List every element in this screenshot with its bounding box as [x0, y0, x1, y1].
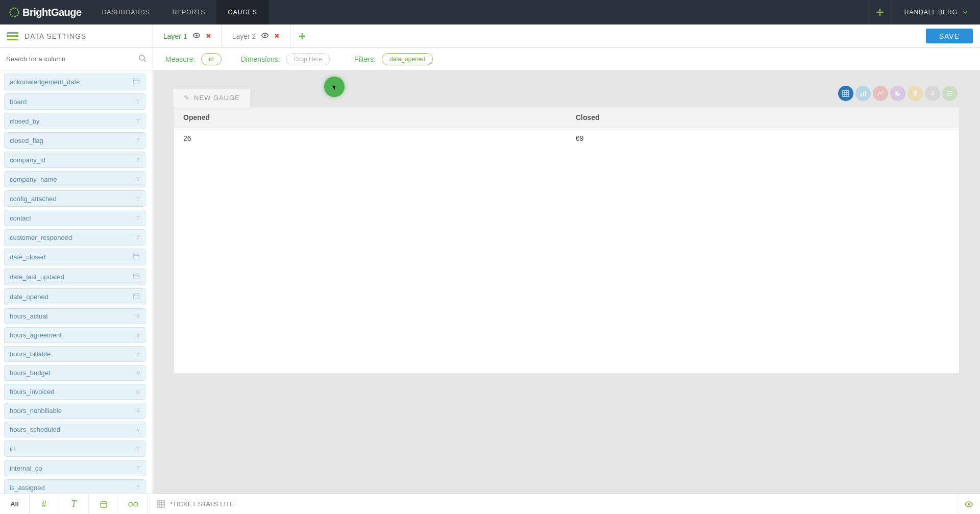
svg-rect-11 — [865, 91, 866, 96]
logo-icon — [9, 7, 19, 17]
column-search-input[interactable] — [6, 55, 139, 63]
user-name: RANDALL BERG — [904, 9, 958, 16]
column-item[interactable]: idT — [4, 440, 145, 457]
column-item[interactable]: customer_respondedT — [4, 229, 145, 246]
pencil-icon: ✎ — [184, 94, 190, 102]
filter-link[interactable] — [118, 494, 148, 514]
column-item[interactable]: hours_agreement# — [4, 327, 145, 343]
layer-tab-1[interactable]: Layer 1 ✖ — [153, 25, 222, 47]
layer-bar: DATA SETTINGS Layer 1 ✖ Layer 2 ✖ SAVE — [0, 25, 980, 48]
column-item[interactable]: boardT — [4, 93, 145, 110]
main-area: acknowledgement_dateboardTclosed_byTclos… — [0, 48, 980, 494]
chart-type-bar[interactable] — [855, 86, 871, 101]
table-header-closed[interactable]: Closed — [567, 107, 959, 128]
nav-add-button[interactable] — [868, 0, 892, 25]
measure-chip[interactable]: id — [201, 53, 221, 65]
svg-point-15 — [134, 502, 138, 506]
brand-text: BrightGauge — [22, 7, 82, 18]
search-icon[interactable] — [139, 55, 146, 64]
layer-2-label: Layer 2 — [232, 32, 256, 40]
column-item[interactable]: hours_billable# — [4, 346, 145, 362]
svg-rect-10 — [863, 92, 864, 96]
layer-tab-2[interactable]: Layer 2 ✖ — [222, 25, 291, 47]
column-item[interactable]: hours_nonbillable# — [4, 403, 145, 419]
top-nav: BrightGauge DASHBOARDS REPORTS GAUGES RA… — [0, 0, 980, 25]
column-type-icon: T — [136, 445, 140, 453]
close-icon[interactable]: ✖ — [274, 32, 280, 40]
column-type-icon: T — [136, 136, 140, 144]
gauge-title-tab[interactable]: ✎ NEW GAUGE — [174, 89, 250, 107]
column-item[interactable]: closed_byT — [4, 113, 145, 129]
close-icon[interactable]: ✖ — [206, 32, 211, 40]
column-name: company_name — [10, 176, 57, 183]
column-item[interactable]: hours_budget# — [4, 365, 145, 381]
nav-gauges[interactable]: GAUGES — [216, 0, 268, 25]
column-item[interactable]: company_idT — [4, 152, 145, 168]
eye-icon[interactable] — [192, 32, 201, 40]
column-item[interactable]: date_opened — [4, 288, 145, 305]
column-type-icon — [133, 78, 140, 86]
chart-type-selector: # — [838, 86, 958, 101]
column-item[interactable]: date_last_updated — [4, 268, 145, 285]
column-item[interactable]: contactT — [4, 210, 145, 226]
column-item[interactable]: date_closed — [4, 249, 145, 265]
svg-rect-16 — [158, 501, 164, 507]
column-name: is_assigned — [10, 484, 45, 492]
column-item[interactable]: hours_invoiced# — [4, 384, 145, 400]
column-type-icon: T — [136, 175, 140, 183]
canvas: Measure: id Dimensions: Drop Here Filter… — [153, 48, 980, 494]
chart-type-table[interactable] — [838, 86, 853, 101]
table-header-opened[interactable]: Opened — [174, 107, 567, 128]
svg-point-3 — [139, 55, 144, 60]
column-name: closed_by — [10, 117, 40, 125]
svg-point-0 — [10, 8, 19, 17]
chart-type-pie[interactable] — [890, 86, 905, 101]
column-item[interactable]: config_attachedT — [4, 190, 145, 207]
column-item[interactable]: hours_scheduled# — [4, 422, 145, 437]
column-type-icon: T — [136, 464, 140, 472]
column-name: date_opened — [10, 293, 48, 301]
column-item[interactable]: hours_actual# — [4, 308, 145, 324]
column-type-icon: T — [136, 117, 140, 125]
filter-date[interactable] — [89, 494, 118, 514]
column-type-icon: T — [136, 194, 140, 203]
chart-type-funnel[interactable] — [908, 86, 923, 101]
nav-reports[interactable]: REPORTS — [161, 0, 217, 25]
table-icon — [157, 500, 165, 508]
brand-logo[interactable]: BrightGauge — [0, 7, 91, 18]
svg-point-14 — [129, 502, 133, 506]
svg-rect-7 — [134, 294, 139, 299]
config-row: Measure: id Dimensions: Drop Here Filter… — [153, 48, 980, 70]
user-menu[interactable]: RANDALL BERG — [892, 9, 980, 16]
sidebar-toggle[interactable] — [7, 32, 18, 40]
dimensions-dropzone[interactable]: Drop Here — [286, 53, 330, 65]
nav-dashboards[interactable]: DASHBOARDS — [91, 0, 161, 25]
column-item[interactable]: is_assignedT — [4, 479, 145, 494]
column-name: config_attached — [10, 195, 57, 203]
save-button[interactable]: SAVE — [926, 29, 973, 43]
svg-point-1 — [195, 35, 198, 37]
svg-point-17 — [967, 503, 969, 505]
filter-text[interactable]: T — [59, 494, 89, 514]
column-name: company_id — [10, 156, 45, 164]
svg-rect-6 — [134, 274, 139, 279]
chart-type-line[interactable] — [873, 86, 888, 101]
svg-rect-8 — [843, 90, 849, 96]
filter-number[interactable]: # — [30, 494, 59, 514]
preview-toggle[interactable] — [957, 494, 980, 514]
column-list[interactable]: acknowledgement_dateboardTclosed_byTclos… — [0, 70, 153, 494]
filter-all[interactable]: All — [0, 494, 30, 514]
chart-type-number[interactable]: # — [925, 86, 940, 101]
eye-icon[interactable] — [261, 32, 269, 40]
add-layer-button[interactable] — [290, 25, 314, 47]
column-type-icon: T — [136, 214, 140, 222]
dataset-indicator[interactable]: *TICKET STATS LITE — [148, 494, 243, 514]
chart-type-list[interactable] — [942, 86, 958, 101]
column-item[interactable]: acknowledgement_date — [4, 74, 145, 90]
column-type-icon — [133, 273, 140, 281]
column-item[interactable]: internal_coT — [4, 460, 145, 476]
column-item[interactable]: closed_flagT — [4, 132, 145, 149]
column-item[interactable]: company_nameT — [4, 171, 145, 187]
filter-chip[interactable]: date_opened — [382, 53, 433, 65]
column-name: id — [10, 445, 15, 453]
